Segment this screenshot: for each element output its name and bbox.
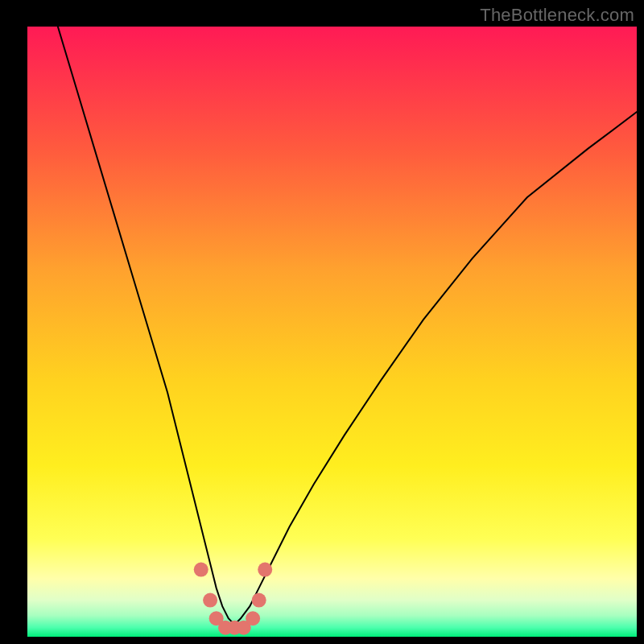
chart-frame: TheBottleneck.com xyxy=(0,0,644,644)
data-marker xyxy=(246,611,260,625)
data-marker xyxy=(194,563,208,577)
data-marker xyxy=(252,593,266,608)
data-marker xyxy=(258,563,272,577)
chart-canvas xyxy=(27,27,637,637)
data-marker xyxy=(203,593,217,608)
plot-area xyxy=(27,27,637,637)
gradient-background xyxy=(27,27,637,637)
watermark-text: TheBottleneck.com xyxy=(480,5,634,26)
